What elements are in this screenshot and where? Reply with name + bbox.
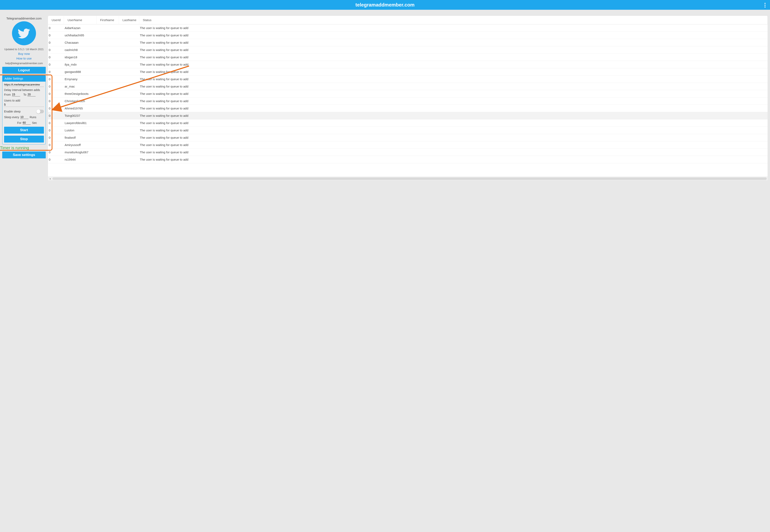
cell-firstname xyxy=(96,97,119,105)
cell-userid: 0 xyxy=(48,112,64,119)
cell-status: The user is waiting for queue to add xyxy=(139,141,768,149)
horizontal-scrollbar[interactable]: ◂ xyxy=(48,177,768,180)
table-row[interactable]: 0finalwolfThe user is waiting for queue … xyxy=(48,134,768,141)
cell-userid: 0 xyxy=(48,134,64,141)
cell-status: The user is waiting for queue to add xyxy=(139,90,768,97)
table-row[interactable]: 0muratturkoglu067The user is waiting for… xyxy=(48,149,768,156)
col-lastname[interactable]: LastName xyxy=(119,16,139,24)
scroll-left-icon[interactable]: ◂ xyxy=(48,177,52,180)
table-row[interactable]: 0ar_macThe user is waiting for queue to … xyxy=(48,83,768,90)
col-username[interactable]: UserName xyxy=(64,16,96,24)
cell-lastname xyxy=(119,149,139,156)
cell-status: The user is waiting for queue to add xyxy=(139,32,768,39)
cell-userid: 0 xyxy=(48,149,64,156)
cell-status: The user is waiting for queue to add xyxy=(139,68,768,76)
cell-status: The user is waiting for queue to add xyxy=(139,76,768,83)
kebab-menu-icon[interactable] xyxy=(764,2,766,8)
start-button[interactable]: Start xyxy=(4,127,44,134)
cell-userid: 0 xyxy=(48,39,64,46)
cell-username: Ernynany xyxy=(64,76,96,83)
sleep-every-input[interactable] xyxy=(20,115,28,119)
cell-firstname xyxy=(96,24,119,32)
stop-button[interactable]: Stop xyxy=(4,136,44,143)
cell-firstname xyxy=(96,68,119,76)
delay-from-input[interactable] xyxy=(12,93,20,96)
cell-lastname xyxy=(119,105,139,112)
cell-lastname xyxy=(119,24,139,32)
users-to-add-input[interactable] xyxy=(4,103,44,107)
sleep-for-input[interactable] xyxy=(23,121,31,125)
col-userid[interactable]: UserId xyxy=(48,16,64,24)
logout-button[interactable]: Logout xyxy=(2,67,46,74)
table-row[interactable]: 0idogan18The user is waiting for queue t… xyxy=(48,54,768,61)
how-to-use-link[interactable]: How to use xyxy=(16,57,31,60)
table-row[interactable]: 0uchihaitachi95The user is waiting for q… xyxy=(48,32,768,39)
cell-status: The user is waiting for queue to add xyxy=(139,134,768,141)
cell-lastname xyxy=(119,127,139,134)
table-row[interactable]: 0cashrich8The user is waiting for queue … xyxy=(48,46,768,54)
table-row[interactable]: 0Ahmed19765The user is waiting for queue… xyxy=(48,105,768,112)
cell-lastname xyxy=(119,68,139,76)
table-row[interactable]: 0ChacaaanThe user is waiting for queue t… xyxy=(48,39,768,46)
users-to-add-label: Users to add xyxy=(4,99,44,102)
table-row[interactable]: 0AmiryusooffThe user is waiting for queu… xyxy=(48,141,768,149)
brand-label: Telegramaddmember.com xyxy=(6,17,41,20)
cell-firstname xyxy=(96,105,119,112)
sidebar: Telegramaddmember.com Updated to 3.5.2 /… xyxy=(0,16,48,180)
delay-to-input[interactable] xyxy=(27,93,36,96)
cell-lastname xyxy=(119,112,139,119)
cell-firstname xyxy=(96,119,119,127)
cell-status: The user is waiting for queue to add xyxy=(139,83,768,90)
table-row[interactable]: 0Tsing00237The user is waiting for queue… xyxy=(48,112,768,119)
cell-username: gwogwo888 xyxy=(64,68,96,76)
cell-status: The user is waiting for queue to add xyxy=(139,149,768,156)
version-label: Updated to 3.5.2 / 16 March 2021 xyxy=(4,48,44,51)
table-row[interactable]: 0gwogwo888The user is waiting for queue … xyxy=(48,68,768,76)
runs-label: Runs xyxy=(30,116,36,119)
logo-icon xyxy=(12,21,36,45)
col-firstname[interactable]: FirstName xyxy=(96,16,119,24)
cell-username: AidarKazan xyxy=(64,24,96,32)
col-status[interactable]: Status xyxy=(139,16,768,24)
cell-username: idogan18 xyxy=(64,54,96,61)
channel-url-input[interactable] xyxy=(4,82,44,87)
table-row[interactable]: 0rs19944The user is waiting for queue to… xyxy=(48,156,768,163)
cell-userid: 0 xyxy=(48,61,64,68)
top-bar: telegramaddmember.com xyxy=(0,0,770,10)
cell-userid: 0 xyxy=(48,90,64,97)
cell-lastname xyxy=(119,76,139,83)
table-row[interactable]: 0AidarKazanThe user is waiting for queue… xyxy=(48,24,768,32)
cell-firstname xyxy=(96,90,119,97)
cell-username: cashrich8 xyxy=(64,46,96,54)
table-row[interactable]: 0ChristianFrischThe user is waiting for … xyxy=(48,97,768,105)
cell-status: The user is waiting for queue to add xyxy=(139,105,768,112)
cell-firstname xyxy=(96,76,119,83)
cell-lastname xyxy=(119,134,139,141)
enable-sleep-toggle[interactable] xyxy=(37,110,44,113)
cell-firstname xyxy=(96,127,119,134)
save-settings-button[interactable]: Save settings xyxy=(2,151,46,158)
buy-now-link[interactable]: Buy now xyxy=(18,52,30,55)
cell-userid: 0 xyxy=(48,24,64,32)
panel-title: Adder Settings xyxy=(2,76,45,82)
spacer xyxy=(0,10,770,16)
cell-lastname xyxy=(119,46,139,54)
table-row[interactable]: 0LuislonThe user is waiting for queue to… xyxy=(48,127,768,134)
cell-status: The user is waiting for queue to add xyxy=(139,54,768,61)
cell-status: The user is waiting for queue to add xyxy=(139,46,768,54)
table-row[interactable]: 0Lawyerofdevil61The user is waiting for … xyxy=(48,119,768,127)
table-row[interactable]: 0ErnynanyThe user is waiting for queue t… xyxy=(48,76,768,83)
cell-firstname xyxy=(96,149,119,156)
cell-userid: 0 xyxy=(48,54,64,61)
cell-lastname xyxy=(119,32,139,39)
sec-label: Sec xyxy=(32,121,37,124)
table-row[interactable]: 0ilya_mdvThe user is waiting for queue t… xyxy=(48,61,768,68)
table-row[interactable]: 0threeDesignbootsThe user is waiting for… xyxy=(48,90,768,97)
cell-status: The user is waiting for queue to add xyxy=(139,156,768,163)
cell-firstname xyxy=(96,112,119,119)
cell-lastname xyxy=(119,119,139,127)
cell-status: The user is waiting for queue to add xyxy=(139,24,768,32)
cell-lastname xyxy=(119,61,139,68)
cell-username: muratturkoglu067 xyxy=(64,149,96,156)
enable-sleep-label: Enable sleep xyxy=(4,110,21,113)
